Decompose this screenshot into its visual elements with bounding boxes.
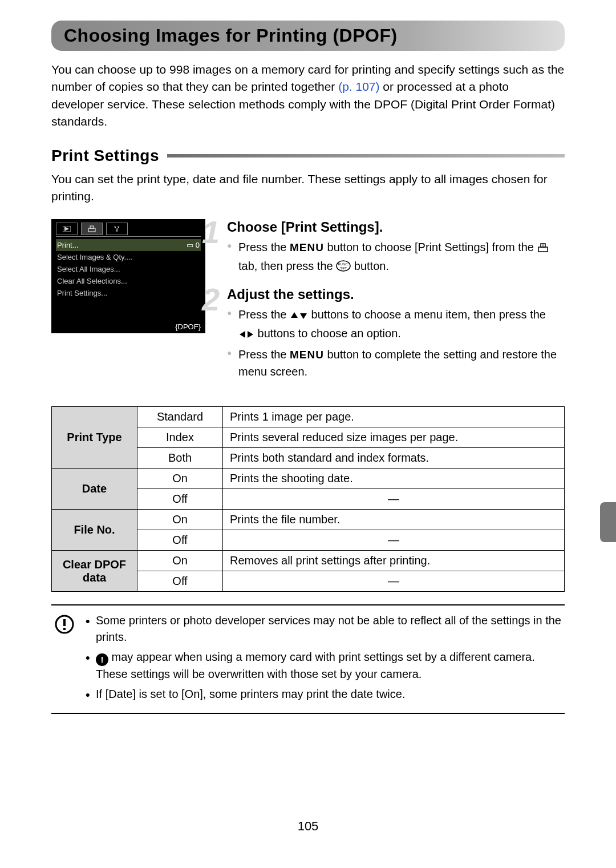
table-row-header: Date <box>52 469 137 510</box>
wrench-icon <box>113 225 121 233</box>
svg-rect-15 <box>63 619 66 626</box>
table-description: Prints both standard and index formats. <box>223 448 565 469</box>
step-bullet: Press the MENU button to complete the se… <box>238 346 565 381</box>
intro-paragraph: You can choose up to 998 images on a mem… <box>51 61 565 131</box>
page-title-bar: Choosing Images for Printing (DPOF) <box>51 21 565 51</box>
lcd-tab-print <box>81 223 103 235</box>
table-row: DateOnPrints the shooting date. <box>52 469 565 489</box>
svg-marker-10 <box>291 312 298 318</box>
page-number: 105 <box>51 819 565 834</box>
table-option: Standard <box>137 407 223 427</box>
table-option: Off <box>137 489 223 510</box>
caution-item: ! may appear when using a memory card wi… <box>86 649 561 683</box>
step: 2Adjust the settings.Press the buttons t… <box>222 286 565 381</box>
table-row: Clear DPOF dataOnRemoves all print setti… <box>52 551 565 571</box>
svg-text:FUNC.: FUNC. <box>338 263 349 266</box>
svg-marker-13 <box>248 331 253 338</box>
step-heading: Adjust the settings. <box>227 286 565 302</box>
step-bullet: Press the MENU button to choose [Print S… <box>238 239 565 276</box>
table-option: Both <box>137 448 223 469</box>
section-intro: You can set the print type, date and fil… <box>51 171 565 205</box>
func-set-button-icon: FUNC.SET <box>336 259 351 276</box>
lcd-rows: Print...▭ 0Select Images & Qty....Select… <box>56 239 201 299</box>
step-number: 1 <box>202 213 220 251</box>
lcd-dpof-label: {DPOF} <box>175 322 201 331</box>
table-description: — <box>223 530 565 551</box>
table-description: — <box>223 571 565 592</box>
table-option: On <box>137 469 223 489</box>
table-option: Off <box>137 571 223 592</box>
table-option: Index <box>137 427 223 448</box>
section-title: Print Settings <box>51 147 159 165</box>
lcd-menu-row: Print...▭ 0 <box>56 239 201 251</box>
step: 1Choose [Print Settings].Press the MENU … <box>222 219 565 276</box>
table-option: On <box>137 551 223 571</box>
lcd-menu-row: Select All Images... <box>56 263 201 275</box>
info-warning-icon: ! <box>96 653 108 666</box>
caution-item: If [Date] is set to [On], some printers … <box>86 686 561 703</box>
svg-rect-2 <box>88 228 95 232</box>
table-row-header: Clear DPOF data <box>52 551 137 592</box>
thumb-tab <box>600 502 616 542</box>
table-description: Prints the shooting date. <box>223 469 565 489</box>
left-right-arrows-icon <box>238 326 254 344</box>
print-tab-icon <box>537 240 549 257</box>
play-icon <box>63 226 71 232</box>
steps-column: 1Choose [Print Settings].Press the MENU … <box>222 219 565 391</box>
caution-box: Some printers or photo developer service… <box>51 604 565 714</box>
table-description: — <box>223 489 565 510</box>
svg-text:SET: SET <box>340 267 347 270</box>
table-description: Prints the file number. <box>223 510 565 530</box>
lcd-menu-row: Print Settings... <box>56 287 201 299</box>
page-title: Choosing Images for Printing (DPOF) <box>64 25 552 46</box>
lcd-tabs <box>56 223 201 237</box>
step-number: 2 <box>202 281 220 318</box>
lcd-menu-row: Select Images & Qty.... <box>56 251 201 263</box>
up-down-arrows-icon <box>290 308 308 325</box>
table-row: File No.OnPrints the file number. <box>52 510 565 530</box>
svg-marker-11 <box>300 313 307 319</box>
print-tab-icon <box>87 225 96 233</box>
lcd-tab-play <box>56 223 78 235</box>
section-rule <box>167 154 565 158</box>
menu-button-label: MENU <box>290 241 324 253</box>
lcd-menu-row: Clear All Selections... <box>56 275 201 287</box>
svg-rect-4 <box>538 247 548 252</box>
table-description: Prints 1 image per page. <box>223 407 565 427</box>
table-option: Off <box>137 530 223 551</box>
camera-lcd-screenshot: Print...▭ 0Select Images & Qty....Select… <box>51 219 205 333</box>
menu-button-label: MENU <box>290 349 324 361</box>
page-reference-link[interactable]: (p. 107) <box>338 80 379 93</box>
table-row-header: File No. <box>52 510 137 551</box>
svg-rect-3 <box>90 226 94 228</box>
table-option: On <box>137 510 223 530</box>
section-heading-row: Print Settings <box>51 147 565 165</box>
table-row: Print TypeStandardPrints 1 image per pag… <box>52 407 565 427</box>
svg-marker-12 <box>240 331 245 338</box>
caution-icon <box>55 612 75 706</box>
table-row-header: Print Type <box>52 407 137 469</box>
step-heading: Choose [Print Settings]. <box>227 219 565 235</box>
caution-item: Some printers or photo developer service… <box>86 612 561 645</box>
step-bullet: Press the buttons to choose a menu item,… <box>238 306 565 344</box>
svg-rect-16 <box>63 628 66 630</box>
settings-table: Print TypeStandardPrints 1 image per pag… <box>51 406 565 592</box>
lcd-tab-setup <box>106 223 128 235</box>
table-description: Removes all print settings after printin… <box>223 551 565 571</box>
svg-marker-0 <box>64 227 69 231</box>
table-description: Prints several reduced size images per p… <box>223 427 565 448</box>
caution-list: Some printers or photo developer service… <box>86 612 561 706</box>
step-area: Print...▭ 0Select Images & Qty....Select… <box>51 219 565 391</box>
